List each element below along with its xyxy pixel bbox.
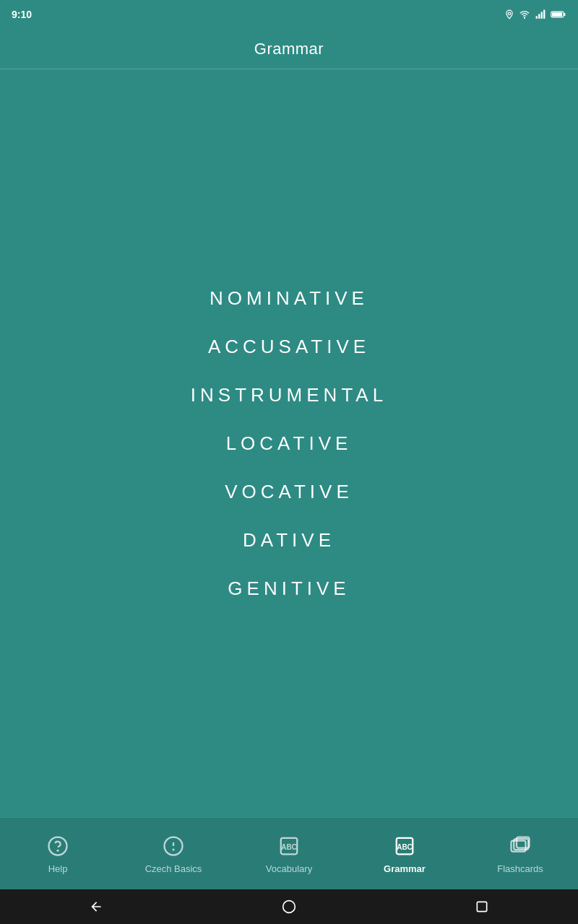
wifi-icon (519, 9, 530, 19)
status-time: 9:10 (12, 9, 32, 20)
svg-point-0 (508, 12, 511, 15)
czech-basics-label: Czech Basics (145, 863, 202, 874)
svg-point-1 (524, 17, 525, 18)
vocabulary-icon: ABC (276, 833, 302, 859)
location-icon (504, 9, 514, 19)
recents-button[interactable] (467, 892, 496, 921)
back-button[interactable] (82, 892, 111, 921)
grammar-item-nominative[interactable]: NOMINATIVE (0, 274, 578, 323)
svg-rect-5 (543, 10, 545, 19)
status-right (504, 9, 566, 19)
app-bar: Grammar (0, 29, 578, 69)
svg-rect-7 (564, 13, 565, 16)
help-icon (45, 833, 71, 859)
battery-icon (551, 9, 566, 19)
grammar-icon: ABC (392, 833, 418, 859)
signal-icon (535, 9, 546, 19)
svg-text:ABC: ABC (397, 843, 413, 851)
grammar-item-instrumental[interactable]: INSTRUMENTAL (0, 371, 578, 419)
main-content: NOMINATIVE ACCUSATIVE INSTRUMENTAL LOCAT… (0, 69, 578, 817)
nav-item-flashcards[interactable]: Flashcards (462, 826, 578, 881)
flashcards-icon (507, 833, 533, 859)
flashcards-label: Flashcards (497, 863, 543, 874)
android-nav-bar (0, 889, 578, 924)
svg-rect-8 (552, 12, 562, 17)
svg-rect-3 (538, 14, 540, 18)
grammar-item-accusative[interactable]: ACCUSATIVE (0, 323, 578, 371)
home-button[interactable] (275, 892, 303, 921)
svg-rect-22 (477, 902, 486, 911)
svg-text:ABC: ABC (281, 843, 297, 851)
nav-item-help[interactable]: Help (0, 826, 116, 881)
grammar-item-dative[interactable]: DATIVE (0, 516, 578, 565)
czech-basics-icon (160, 833, 186, 859)
nav-item-vocabulary[interactable]: ABC Vocabulary (231, 826, 347, 881)
status-bar: 9:10 (0, 0, 578, 29)
bottom-nav: Help Czech Basics ABC Vocabulary ABC (0, 817, 578, 889)
nav-item-czech-basics[interactable]: Czech Basics (116, 826, 231, 881)
grammar-item-genitive[interactable]: GENITIVE (0, 565, 578, 613)
svg-point-9 (49, 837, 67, 855)
svg-rect-4 (541, 12, 543, 19)
grammar-item-vocative[interactable]: VOCATIVE (0, 468, 578, 516)
nav-item-grammar[interactable]: ABC Grammar (347, 826, 462, 881)
svg-point-21 (283, 901, 296, 913)
status-left: 9:10 (12, 9, 32, 20)
page-title: Grammar (254, 40, 324, 58)
grammar-item-locative[interactable]: LOCATIVE (0, 419, 578, 468)
vocabulary-label: Vocabulary (266, 863, 312, 874)
svg-rect-2 (536, 16, 538, 19)
grammar-label: Grammar (384, 863, 426, 874)
help-label: Help (48, 863, 68, 874)
